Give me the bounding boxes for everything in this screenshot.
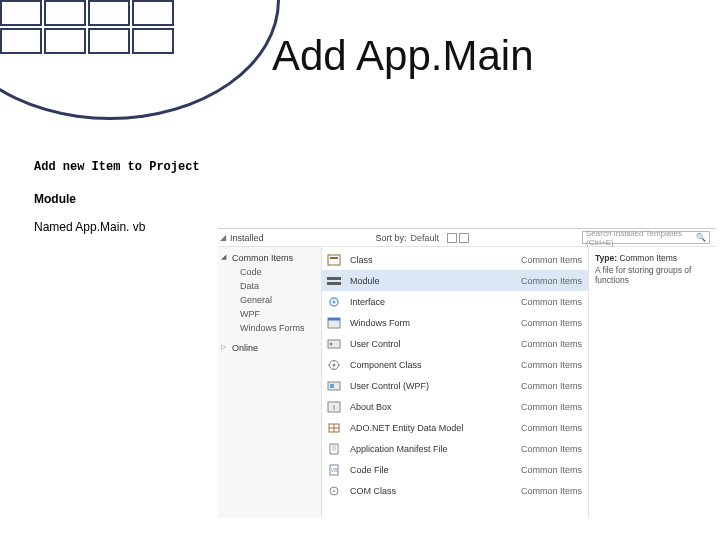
template-name: About Box bbox=[350, 402, 517, 412]
template-name: Class bbox=[350, 255, 517, 265]
template-category: Common Items bbox=[521, 339, 582, 349]
svg-point-5 bbox=[333, 300, 336, 303]
view-medium-icon[interactable] bbox=[459, 233, 469, 243]
svg-point-9 bbox=[330, 342, 333, 345]
svg-rect-2 bbox=[327, 277, 341, 280]
template-row[interactable]: User ControlCommon Items bbox=[322, 333, 588, 354]
svg-rect-0 bbox=[328, 255, 340, 265]
expand-caret-icon[interactable]: ◢ bbox=[220, 233, 226, 242]
svg-rect-7 bbox=[328, 318, 340, 321]
template-name: User Control bbox=[350, 339, 517, 349]
template-icon bbox=[326, 421, 342, 435]
view-small-icon[interactable] bbox=[447, 233, 457, 243]
tree-child-code[interactable]: Code bbox=[218, 265, 321, 279]
template-tree: Common Items Code Data General WPF Windo… bbox=[218, 247, 322, 518]
template-row[interactable]: ADO.NET Entity Data ModelCommon Items bbox=[322, 417, 588, 438]
tree-child-winforms[interactable]: Windows Forms bbox=[218, 321, 321, 335]
add-new-item-dialog: ◢ Installed Sort by: Default Search Inst… bbox=[218, 228, 716, 518]
template-icon bbox=[326, 358, 342, 372]
template-name: ADO.NET Entity Data Model bbox=[350, 423, 517, 433]
template-category: Common Items bbox=[521, 444, 582, 454]
template-row[interactable]: ClassCommon Items bbox=[322, 249, 588, 270]
template-name: Interface bbox=[350, 297, 517, 307]
detail-type-value: Common Items bbox=[619, 253, 677, 263]
template-category: Common Items bbox=[521, 297, 582, 307]
dialog-toolbar: ◢ Installed Sort by: Default Search Inst… bbox=[218, 229, 716, 247]
template-row[interactable]: iAbout BoxCommon Items bbox=[322, 396, 588, 417]
search-placeholder: Search Installed Templates (Ctrl+E) bbox=[586, 229, 696, 247]
template-row[interactable]: Windows FormCommon Items bbox=[322, 312, 588, 333]
template-icon: i bbox=[326, 400, 342, 414]
template-name: Module bbox=[350, 276, 517, 286]
svg-point-11 bbox=[333, 363, 336, 366]
svg-point-30 bbox=[333, 490, 335, 492]
detail-description: A file for storing groups of functions bbox=[595, 265, 710, 285]
template-name: Code File bbox=[350, 465, 517, 475]
svg-rect-1 bbox=[330, 257, 338, 259]
template-name: Component Class bbox=[350, 360, 517, 370]
template-row[interactable]: User Control (WPF)Common Items bbox=[322, 375, 588, 396]
template-name: Application Manifest File bbox=[350, 444, 517, 454]
template-icon bbox=[326, 295, 342, 309]
template-list: ClassCommon ItemsModuleCommon ItemsInter… bbox=[322, 247, 588, 518]
template-row[interactable]: InterfaceCommon Items bbox=[322, 291, 588, 312]
template-icon bbox=[326, 484, 342, 498]
template-name: COM Class bbox=[350, 486, 517, 496]
template-icon bbox=[326, 316, 342, 330]
search-icon: 🔍 bbox=[696, 233, 706, 242]
template-icon bbox=[326, 379, 342, 393]
svg-rect-17 bbox=[330, 384, 334, 388]
instruction-line-2: Module bbox=[34, 192, 76, 206]
template-icon: VB bbox=[326, 463, 342, 477]
template-row[interactable]: VBCode FileCommon Items bbox=[322, 459, 588, 480]
slide-title: Add App.Main bbox=[272, 32, 534, 80]
tree-child-data[interactable]: Data bbox=[218, 279, 321, 293]
tree-common-items[interactable]: Common Items bbox=[218, 251, 321, 265]
template-category: Common Items bbox=[521, 486, 582, 496]
slide-deco-curve bbox=[0, 0, 280, 120]
sort-by-label: Sort by: bbox=[376, 233, 407, 243]
template-icon bbox=[326, 442, 342, 456]
template-row[interactable]: ModuleCommon Items bbox=[322, 270, 588, 291]
template-category: Common Items bbox=[521, 276, 582, 286]
template-category: Common Items bbox=[521, 423, 582, 433]
tree-child-wpf[interactable]: WPF bbox=[218, 307, 321, 321]
template-icon bbox=[326, 253, 342, 267]
instruction-line-3: Named App.Main. vb bbox=[34, 220, 145, 234]
template-detail-pane: Type: Common Items A file for storing gr… bbox=[588, 247, 716, 518]
instruction-line-1: Add new Item to Project bbox=[34, 160, 200, 174]
template-category: Common Items bbox=[521, 465, 582, 475]
template-name: User Control (WPF) bbox=[350, 381, 517, 391]
template-row[interactable]: Component ClassCommon Items bbox=[322, 354, 588, 375]
template-icon bbox=[326, 337, 342, 351]
installed-label[interactable]: Installed bbox=[230, 233, 264, 243]
template-icon bbox=[326, 274, 342, 288]
template-row[interactable]: COM ClassCommon Items bbox=[322, 480, 588, 501]
template-category: Common Items bbox=[521, 318, 582, 328]
sort-by-value[interactable]: Default bbox=[411, 233, 440, 243]
template-row[interactable]: Application Manifest FileCommon Items bbox=[322, 438, 588, 459]
template-category: Common Items bbox=[521, 402, 582, 412]
template-category: Common Items bbox=[521, 381, 582, 391]
tree-child-general[interactable]: General bbox=[218, 293, 321, 307]
template-name: Windows Form bbox=[350, 318, 517, 328]
svg-rect-3 bbox=[327, 282, 341, 285]
search-input[interactable]: Search Installed Templates (Ctrl+E) 🔍 bbox=[582, 231, 710, 244]
template-category: Common Items bbox=[521, 360, 582, 370]
svg-text:VB: VB bbox=[331, 467, 338, 473]
template-category: Common Items bbox=[521, 255, 582, 265]
tree-online[interactable]: Online bbox=[218, 341, 321, 355]
detail-type-label: Type: bbox=[595, 253, 617, 263]
